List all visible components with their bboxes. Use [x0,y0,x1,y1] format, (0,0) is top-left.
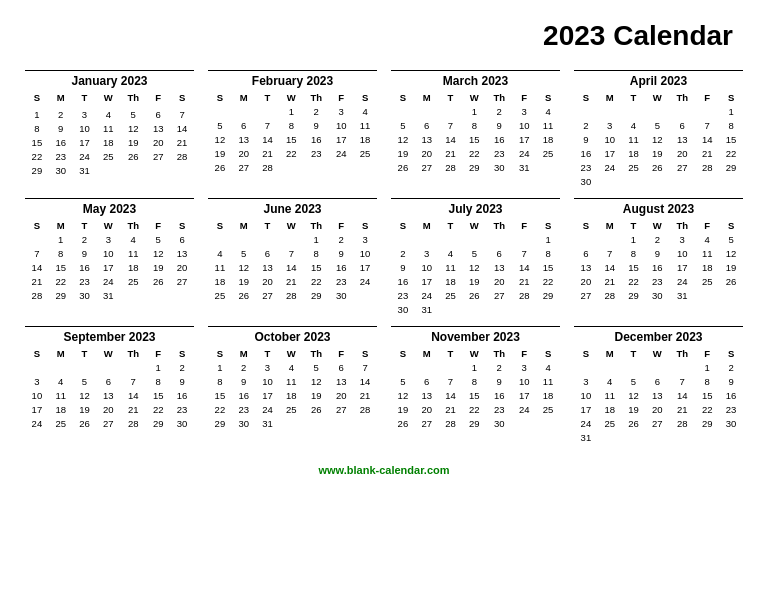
day-cell: 31 [73,163,97,177]
day-header: Th [120,91,146,104]
day-cell: 12 [208,132,232,146]
day-cell: 6 [415,118,439,132]
day-cell: 3 [598,118,622,132]
day-cell: 8 [462,118,486,132]
week-row: 6789101112 [574,246,743,260]
day-cell: 3 [329,104,353,118]
day-cell: 9 [719,374,743,388]
day-cell [669,104,695,118]
day-cell: 2 [49,107,73,121]
day-header: M [598,91,622,104]
month-table-7: SMTWThFS12345678910111213141516171819202… [391,219,560,316]
day-header: F [512,219,536,232]
month-block-8: August 2023SMTWThFS123456789101112131415… [574,198,743,316]
day-cell: 15 [303,260,329,274]
day-cell: 29 [462,416,486,430]
day-header: M [415,219,439,232]
day-cell [574,232,598,246]
day-cell: 17 [669,260,695,274]
day-cell: 20 [329,388,353,402]
day-cell [645,104,669,118]
day-cell: 3 [574,374,598,388]
day-cell: 13 [574,260,598,274]
day-cell: 2 [232,360,256,374]
day-cell: 1 [208,360,232,374]
day-header: F [146,219,170,232]
day-cell: 22 [695,402,719,416]
day-cell: 30 [329,288,353,302]
day-cell: 17 [415,274,439,288]
day-cell: 19 [391,402,415,416]
day-cell: 8 [622,246,646,260]
day-cell: 14 [439,132,463,146]
day-cell: 10 [598,132,622,146]
day-cell: 17 [96,260,120,274]
day-cell: 26 [462,288,486,302]
day-header: M [49,219,73,232]
day-cell: 14 [170,121,194,135]
day-cell [512,302,536,316]
day-cell [669,174,695,188]
day-cell: 10 [25,388,49,402]
day-cell: 29 [25,163,49,177]
day-cell: 15 [719,132,743,146]
day-cell: 14 [353,374,377,388]
day-cell: 9 [574,132,598,146]
day-cell [512,232,536,246]
day-cell: 17 [73,135,97,149]
day-cell: 11 [622,132,646,146]
day-cell: 25 [353,146,377,160]
day-cell: 10 [512,118,536,132]
day-cell: 9 [232,374,256,388]
week-row: 23242526272829 [574,160,743,174]
day-cell: 2 [486,104,512,118]
month-table-2: SMTWThFS12345678910111213141516171819202… [208,91,377,174]
day-cell: 27 [415,160,439,174]
day-cell [256,104,280,118]
day-cell: 20 [574,274,598,288]
day-cell: 29 [146,416,170,430]
day-cell: 8 [49,246,73,260]
day-header: W [96,91,120,104]
day-header: M [598,347,622,360]
day-cell [645,360,669,374]
day-cell: 13 [232,132,256,146]
day-cell [695,430,719,444]
day-cell: 27 [329,402,353,416]
day-header: F [146,347,170,360]
day-cell: 19 [303,388,329,402]
day-header: W [279,91,303,104]
day-cell: 2 [574,118,598,132]
day-cell: 16 [574,146,598,160]
day-cell: 23 [719,402,743,416]
day-cell: 17 [25,402,49,416]
day-cell: 15 [462,388,486,402]
day-cell: 5 [146,232,170,246]
day-cell: 20 [415,402,439,416]
day-cell: 19 [73,402,97,416]
day-header: S [391,91,415,104]
day-header: W [279,219,303,232]
day-cell: 27 [232,160,256,174]
day-cell: 18 [120,260,146,274]
footer-link[interactable]: www.blank-calendar.com [318,464,449,476]
week-row: 22232425262728 [208,402,377,416]
day-header: T [73,91,97,104]
day-cell: 2 [719,360,743,374]
day-cell: 28 [279,288,303,302]
day-cell: 27 [486,288,512,302]
day-cell: 8 [695,374,719,388]
week-row: 3031 [391,302,560,316]
day-cell: 12 [146,246,170,260]
day-cell [303,160,329,174]
day-cell: 27 [256,288,280,302]
footer: www.blank-calendar.com [25,464,743,476]
day-cell: 31 [574,430,598,444]
week-row: 19202122232425 [208,146,377,160]
day-cell: 21 [170,135,194,149]
day-header: T [73,347,97,360]
week-row: 1234567 [25,107,194,121]
day-cell [303,416,329,430]
week-row: 12 [574,360,743,374]
day-cell: 29 [303,288,329,302]
